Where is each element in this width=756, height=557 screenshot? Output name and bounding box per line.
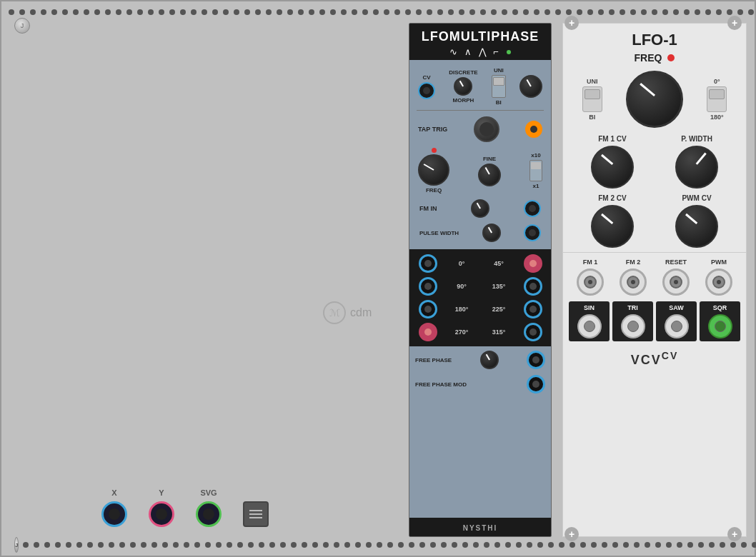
- dot: [169, 9, 175, 15]
- discrete-knob[interactable]: [454, 77, 472, 96]
- tri-jack[interactable]: [621, 314, 645, 338]
- svg-jack[interactable]: [196, 501, 222, 527]
- pwmcv-knob[interactable]: [675, 205, 718, 248]
- y-jack-inner: [156, 508, 167, 520]
- sqr-jack[interactable]: [708, 314, 732, 338]
- module-body: CV DISCRETE MORPH UNI BI: [409, 60, 551, 248]
- phase-jack-0[interactable]: [419, 254, 437, 273]
- saw-jack[interactable]: [665, 314, 689, 338]
- dot: [34, 542, 39, 548]
- free-phase-knob[interactable]: [480, 351, 499, 369]
- cv-label: CV: [422, 74, 430, 81]
- module-header: LFOMULTIPHASE ∿ ∧ ⋀ ⌐: [409, 24, 551, 60]
- free-phase-jack[interactable]: [527, 351, 545, 369]
- lfo1-180deg-label: 180°: [710, 114, 724, 121]
- dot: [323, 542, 329, 548]
- pwidth-label: P. WIDTH: [681, 135, 712, 143]
- dot: [19, 9, 25, 15]
- phase-label-135: 135°: [487, 283, 512, 290]
- lfo1-uni-toggle[interactable]: [582, 86, 602, 112]
- dot: [394, 9, 400, 15]
- svg-button[interactable]: [243, 501, 269, 527]
- trig-jack[interactable]: [525, 121, 542, 138]
- fm2cv-knob[interactable]: [591, 205, 634, 248]
- x10-toggle[interactable]: [529, 160, 542, 181]
- sin-jack[interactable]: [577, 314, 602, 338]
- dot: [580, 542, 586, 548]
- main-knob[interactable]: [519, 75, 542, 98]
- dot: [473, 542, 479, 548]
- plus-button-top-left[interactable]: +: [564, 16, 579, 30]
- dot: [673, 9, 679, 15]
- knob-indicator: [640, 83, 655, 96]
- free-phase-mod-jack[interactable]: [527, 375, 545, 393]
- pwidth-knob[interactable]: [675, 146, 718, 189]
- dot: [362, 9, 368, 15]
- fine-knob[interactable]: [478, 164, 501, 186]
- fm1-jack[interactable]: [577, 269, 604, 296]
- dot: [94, 9, 100, 15]
- dot: [191, 9, 197, 15]
- dot: [505, 542, 511, 548]
- phase-jack-180[interactable]: [419, 300, 437, 318]
- dot: [216, 542, 222, 548]
- cv-jack[interactable]: [418, 82, 435, 99]
- dot: [405, 9, 411, 15]
- tri-label: TRI: [627, 304, 638, 311]
- dot: [655, 542, 661, 548]
- knob-indicator: [477, 203, 481, 209]
- fm-in-label: FM IN: [419, 205, 437, 212]
- discrete-label: DISCRETE: [449, 69, 477, 76]
- fp-jack-inner: [532, 356, 539, 363]
- module-panel: LFOMULTIPHASE ∿ ∧ ⋀ ⌐ CV DISCRETE MORPH: [409, 23, 552, 537]
- dot: [287, 9, 293, 15]
- plus-button-top-right[interactable]: +: [727, 16, 742, 30]
- phase-jack-315[interactable]: [524, 323, 542, 341]
- phase-label-180: 180°: [449, 306, 474, 313]
- pwm-jack[interactable]: [705, 269, 732, 296]
- dot: [705, 9, 711, 15]
- svg-btn-label: [254, 488, 257, 497]
- lfo1-0deg-toggle[interactable]: [707, 86, 727, 112]
- x10-label: x10: [531, 152, 540, 159]
- phase-row-270-315: 270° 315°: [412, 321, 548, 343]
- pwmcv-label: PWM CV: [682, 194, 711, 202]
- dot: [202, 9, 207, 15]
- phase-jack-225[interactable]: [524, 300, 542, 318]
- uni-toggle[interactable]: [492, 75, 506, 98]
- pulse-width-jack[interactable]: [524, 224, 541, 241]
- reset-jack[interactable]: [662, 269, 690, 296]
- phase-jack-90[interactable]: [419, 277, 437, 296]
- dot: [141, 542, 146, 548]
- fm2-jack[interactable]: [620, 269, 647, 296]
- dot: [205, 542, 211, 548]
- saw-label: SAW: [669, 304, 684, 311]
- fm1cv-group: FM 1 CV: [591, 135, 634, 189]
- tap-button[interactable]: [474, 116, 499, 142]
- x-jack[interactable]: [101, 501, 127, 527]
- wave-outputs: SIN TRI SAW SQR: [563, 298, 746, 344]
- dot: [752, 542, 756, 548]
- dot: [677, 542, 682, 548]
- dot: [720, 542, 725, 548]
- plus-button-bottom-right[interactable]: +: [727, 527, 742, 541]
- dot: [437, 9, 443, 15]
- plus-button-bottom-left[interactable]: +: [564, 527, 579, 541]
- pulse-width-knob[interactable]: [482, 224, 501, 242]
- dot: [344, 542, 350, 548]
- dot: [137, 9, 143, 15]
- fm-in-knob[interactable]: [471, 199, 489, 218]
- lfo1-freq-knob[interactable]: [626, 71, 683, 128]
- lfo1-header: LFO-1 FREQ: [563, 24, 746, 68]
- y-jack[interactable]: [149, 501, 174, 527]
- phase-jack-135[interactable]: [524, 277, 542, 296]
- dot: [687, 542, 693, 548]
- knob-indicator: [485, 354, 489, 361]
- dot: [516, 542, 522, 548]
- fm1cv-knob[interactable]: [591, 146, 634, 189]
- freq-knob[interactable]: [418, 154, 449, 186]
- phase-jack-270[interactable]: [419, 323, 437, 341]
- phase-jack-45[interactable]: [524, 254, 542, 273]
- dot: [452, 542, 457, 548]
- fm-in-jack[interactable]: [524, 200, 541, 217]
